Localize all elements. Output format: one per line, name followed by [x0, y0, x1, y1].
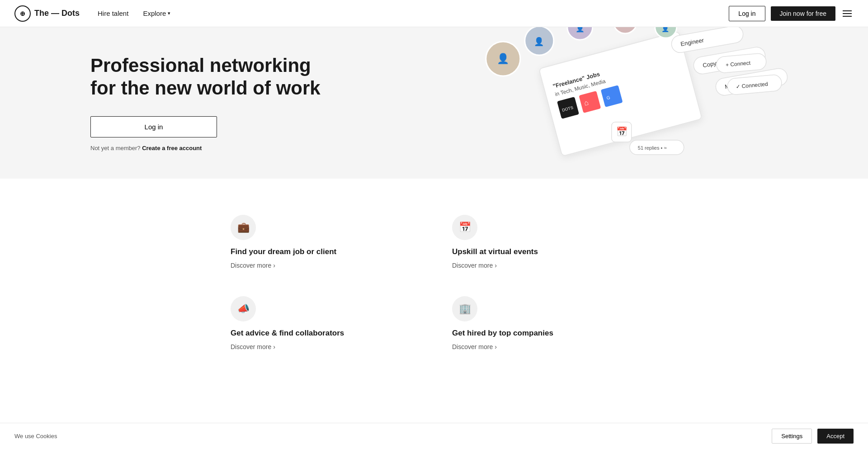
upskill-title: Upskill at virtual events [452, 247, 637, 256]
hired-title: Get hired by top companies [452, 329, 637, 338]
feature-advice: 📣 Get advice & find collaborators Discov… [231, 296, 416, 350]
nav-right: Log in Join now for free [729, 6, 854, 21]
advice-link[interactable]: Discover more › [231, 343, 416, 350]
feature-upskill: 📅 Upskill at virtual events Discover mor… [452, 215, 637, 269]
explore-label: Explore [143, 9, 166, 17]
logo-icon: ⊕ [14, 5, 31, 22]
svg-text:👤: 👤 [534, 37, 544, 47]
svg-text:👤: 👤 [576, 27, 585, 33]
feature-hired: 🏢 Get hired by top companies Discover mo… [452, 296, 637, 350]
nav-join-button[interactable]: Join now for free [771, 6, 836, 21]
hero-content: Professional networking for the new worl… [90, 54, 326, 151]
hired-icon: 🏢 [452, 296, 477, 321]
upskill-link[interactable]: Discover more › [452, 262, 637, 269]
advice-icon: 📣 [231, 296, 256, 321]
nav-left: ⊕ The — Dots Hire talent Explore ▾ [14, 5, 170, 22]
find-job-icon: 💼 [231, 215, 256, 240]
hero-illustration: "Freelance" Jobs in Tech, Music, Media D… [364, 27, 868, 176]
svg-text:📅: 📅 [616, 126, 627, 137]
find-job-link[interactable]: Discover more › [231, 262, 416, 269]
find-job-title: Find your dream job or client [231, 247, 416, 256]
svg-text:👤: 👤 [661, 27, 670, 33]
navbar: ⊕ The — Dots Hire talent Explore ▾ Log i… [0, 0, 868, 27]
hamburger-menu[interactable] [841, 9, 854, 19]
logo-text: The — Dots [34, 9, 80, 18]
svg-point-25 [613, 27, 637, 33]
nav-explore[interactable]: Explore ▾ [143, 9, 170, 17]
hero-subtext: Not yet a member? Create a free account [90, 145, 326, 151]
svg-text:👤: 👤 [497, 52, 509, 65]
hired-link[interactable]: Discover more › [452, 343, 637, 350]
upskill-icon: 📅 [452, 215, 477, 240]
svg-text:51 replies • ≈: 51 replies • ≈ [638, 145, 667, 151]
nav-login-button[interactable]: Log in [729, 6, 765, 21]
features-section: 💼 Find your dream job or client Discover… [0, 179, 868, 387]
hero-login-button[interactable]: Log in [90, 116, 217, 137]
features-grid: 💼 Find your dream job or client Discover… [231, 215, 637, 350]
nav-hire-talent[interactable]: Hire talent [98, 9, 128, 17]
advice-title: Get advice & find collaborators [231, 329, 416, 338]
nav-links: Hire talent Explore ▾ [98, 9, 170, 17]
chevron-down-icon: ▾ [168, 10, 170, 16]
hero-create-account-link[interactable]: Create a free account [142, 145, 202, 151]
hero-section: Professional networking for the new worl… [0, 27, 868, 179]
feature-find-job: 💼 Find your dream job or client Discover… [231, 215, 416, 269]
logo-link[interactable]: ⊕ The — Dots [14, 5, 80, 22]
hero-title: Professional networking for the new worl… [90, 54, 326, 100]
